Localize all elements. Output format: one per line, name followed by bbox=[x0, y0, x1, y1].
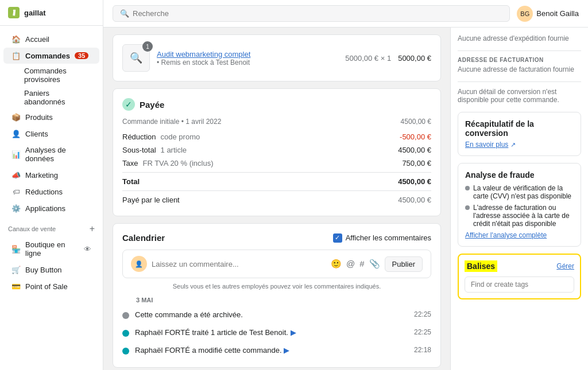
paid-by-label: Payé par le client bbox=[122, 196, 180, 204]
paid-by-value: 4500,00 € bbox=[398, 196, 431, 204]
fraud-item-1: La valeur de vérification de la carte (C… bbox=[465, 184, 574, 200]
product-qty: 5000,00 € × 1 bbox=[345, 54, 391, 63]
search-bar[interactable]: 🔍 bbox=[113, 5, 510, 22]
timeline-dot-0 bbox=[122, 312, 129, 319]
product-info: Audit webmarketing complet • Remis en st… bbox=[157, 50, 338, 67]
divider-1 bbox=[458, 50, 581, 51]
buy-icon: 🛒 bbox=[11, 265, 21, 274]
tags-manage-link[interactable]: Gérer bbox=[556, 262, 574, 270]
sidebar-item-clients-label: Clients bbox=[25, 130, 48, 138]
search-input[interactable] bbox=[133, 9, 502, 18]
timeline-time-1: 22:25 bbox=[414, 328, 431, 336]
timeline: 3 MAI Cette commande a été archivée. 22:… bbox=[122, 297, 431, 358]
show-comments-label: Afficher les commentaires bbox=[346, 233, 431, 242]
conversion-note-section: Aucun détail de conversion n'est disponi… bbox=[458, 88, 581, 104]
fraud-title: Analyse de fraude bbox=[465, 170, 574, 180]
timeline-text-1: Raphaël FORTÉ traité 1 article de Test B… bbox=[135, 328, 408, 337]
sidebar-item-reductions[interactable]: 🏷 Réductions bbox=[3, 184, 99, 200]
page-wrapper: 🔍 BG Benoit Gailla 🔍 1 Audit webmarketin… bbox=[103, 0, 588, 370]
taxe-type: FR TVA 20 % (inclus) bbox=[142, 159, 213, 168]
marketing-icon: 📣 bbox=[11, 170, 21, 180]
sidebar-nav: 🏠 Accueil 📋 Commandes 35 Commandes provi… bbox=[0, 26, 103, 370]
sidebar-item-produits-label: Produits bbox=[25, 113, 53, 122]
hash-icon[interactable]: # bbox=[359, 259, 364, 269]
apps-icon: ⚙️ bbox=[11, 204, 21, 213]
billing-value: Aucune adresse de facturation fournie bbox=[458, 65, 581, 73]
sidebar-item-commandes-provisoires[interactable]: Commandes provisoires bbox=[3, 64, 99, 86]
timeline-time-2: 22:18 bbox=[414, 346, 431, 354]
sidebar-item-produits[interactable]: 📦 Produits bbox=[3, 109, 99, 125]
sidebar-item-accueil[interactable]: 🏠 Accueil bbox=[3, 31, 99, 47]
conversion-box: Récapitulatif de la conversion En savoir… bbox=[458, 112, 581, 156]
comment-avatar: 👤 bbox=[131, 256, 147, 272]
fraud-box: Analyse de fraude La valeur de vérificat… bbox=[458, 163, 581, 247]
comment-hint: Seuls vous et les autres employés pouvez… bbox=[122, 283, 431, 290]
channels-label: Canaux de vente bbox=[8, 225, 56, 232]
sidebar-item-marketing-label: Marketing bbox=[25, 171, 58, 180]
product-name[interactable]: Audit webmarketing complet bbox=[157, 50, 338, 59]
home-icon: 🏠 bbox=[11, 34, 21, 44]
sidebar-item-commandes-provisoires-label: Commandes provisoires bbox=[24, 67, 67, 84]
sidebar-item-pos[interactable]: 💳 Point of Sale bbox=[3, 278, 99, 294]
conversion-link[interactable]: En savoir plus bbox=[465, 141, 508, 149]
timeline-dot-2 bbox=[122, 348, 129, 355]
store-icon: 🏪 bbox=[11, 244, 21, 254]
sidebar-item-analyses-label: Analyses de données bbox=[25, 146, 91, 163]
shopify-logo bbox=[8, 7, 20, 18]
sidebar: gaillat 🏠 Accueil 📋 Commandes 35 Command… bbox=[0, 0, 103, 370]
sidebar-item-clients[interactable]: 👤 Clients bbox=[3, 126, 99, 142]
shipping-section: Aucune adresse d'expédition fournie bbox=[458, 34, 581, 42]
sidebar-header: gaillat bbox=[0, 0, 103, 26]
show-comments-checkbox[interactable] bbox=[333, 233, 342, 243]
shipping-value: Aucune adresse d'expédition fournie bbox=[458, 34, 581, 42]
order-item: 🔍 1 Audit webmarketing complet • Remis e… bbox=[122, 44, 431, 72]
paid-title: Payée bbox=[140, 100, 164, 110]
tags-input[interactable] bbox=[465, 276, 574, 293]
sidebar-item-marketing[interactable]: 📣 Marketing bbox=[3, 167, 99, 183]
sidebar-item-commandes[interactable]: 📋 Commandes 35 bbox=[3, 48, 99, 64]
commandes-badge: 35 bbox=[75, 52, 88, 59]
sidebar-item-analyses[interactable]: 📊 Analyses de données bbox=[3, 142, 99, 166]
center-panel: 🔍 1 Audit webmarketing complet • Remis e… bbox=[103, 28, 450, 370]
sidebar-item-applications[interactable]: ⚙️ Applications bbox=[3, 200, 99, 216]
at-icon[interactable]: @ bbox=[346, 259, 355, 269]
attachment-icon[interactable]: 📎 bbox=[369, 259, 380, 269]
sous-total-qty: 1 article bbox=[161, 146, 187, 154]
eye-icon[interactable]: 👁 bbox=[84, 245, 91, 254]
product-card: 🔍 1 Audit webmarketing complet • Remis e… bbox=[113, 34, 441, 81]
emoji-icon[interactable]: 🙂 bbox=[331, 259, 342, 269]
paid-header: ✓ Payée bbox=[122, 98, 431, 111]
calendar-title: Calendrier bbox=[122, 233, 165, 243]
calendar-card: Calendrier Afficher les commentaires 👤 🙂… bbox=[113, 223, 441, 368]
sidebar-item-applications-label: Applications bbox=[25, 204, 65, 213]
sidebar-item-boutique[interactable]: 🏪 Boutique en ligne 👁 bbox=[3, 237, 99, 261]
user-name: Benoit Gailla bbox=[536, 9, 579, 18]
comment-box: 👤 🙂 @ # 📎 Publier bbox=[122, 250, 431, 278]
sidebar-item-boutique-label: Boutique en ligne bbox=[25, 240, 79, 258]
add-channel-icon[interactable]: + bbox=[90, 224, 95, 234]
sous-total-value: 4500,00 € bbox=[398, 146, 431, 154]
total-value: 4500,00 € bbox=[398, 177, 431, 186]
total-row: Total 4500,00 € bbox=[122, 172, 431, 188]
channels-section-title: Canaux de vente + bbox=[0, 217, 103, 236]
timeline-item-0: Cette commande a été archivée. 22:25 bbox=[122, 307, 431, 325]
product-sub: • Remis en stock à Test Benoit bbox=[157, 59, 338, 67]
user-area: BG Benoit Gailla bbox=[517, 6, 579, 22]
timeline-text-0: Cette commande a été archivée. bbox=[135, 310, 408, 319]
taxe-value: 750,00 € bbox=[402, 159, 431, 168]
reductions-icon: 🏷 bbox=[11, 187, 21, 196]
reduction-label: Réduction bbox=[122, 133, 156, 141]
analytics-icon: 📊 bbox=[11, 150, 21, 159]
orders-icon: 📋 bbox=[11, 51, 21, 60]
publish-button[interactable]: Publier bbox=[385, 256, 423, 272]
product-thumbnail: 🔍 1 bbox=[122, 44, 150, 72]
show-comments-toggle[interactable]: Afficher les commentaires bbox=[333, 233, 431, 243]
divider-2 bbox=[458, 81, 581, 82]
search-icon: 🔍 bbox=[120, 9, 129, 18]
fraud-link[interactable]: Afficher l'analyse complète bbox=[465, 231, 574, 239]
conversion-note: Aucun détail de conversion n'est disponi… bbox=[458, 88, 581, 104]
sidebar-item-paniers-abandonnes[interactable]: Paniers abandonnés bbox=[3, 87, 99, 108]
reduction-code: code promo bbox=[161, 133, 200, 141]
sidebar-item-buy-button[interactable]: 🛒 Buy Button bbox=[3, 262, 99, 278]
comment-input[interactable] bbox=[152, 260, 326, 268]
